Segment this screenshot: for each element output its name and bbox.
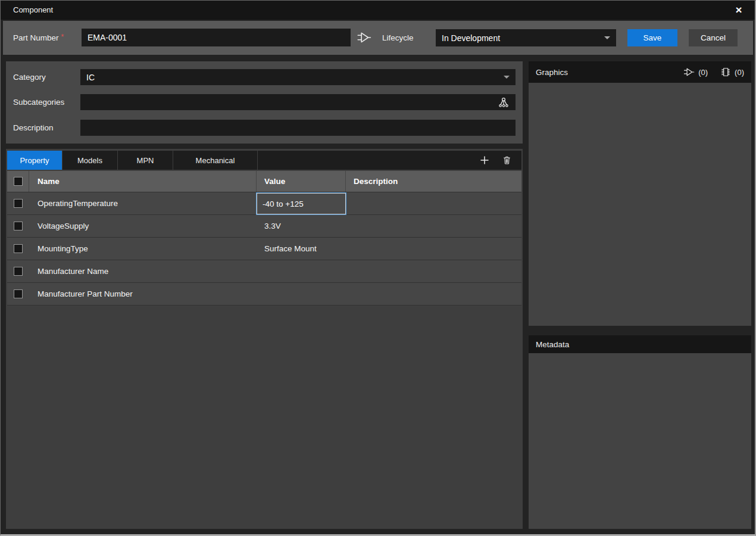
table-row[interactable]: VoltageSupply 3.3V xyxy=(7,215,521,238)
metadata-panel-title: Metadata xyxy=(536,340,569,349)
symbol-count: (0) xyxy=(698,68,708,77)
property-value-cell: Surface Mount xyxy=(257,238,346,260)
table-row[interactable]: OperatingTemperature -40 to +125 xyxy=(7,192,521,215)
add-icon[interactable] xyxy=(479,155,490,166)
property-value-cell xyxy=(257,260,346,282)
dialog-titlebar: Component × xyxy=(0,0,756,20)
category-label: Category xyxy=(13,69,46,85)
subcategory-tree-icon[interactable] xyxy=(498,96,510,108)
part-number-input[interactable]: EMA-0001 xyxy=(82,29,351,46)
property-name-cell: MountingType xyxy=(29,244,257,253)
select-all-cell xyxy=(7,171,29,192)
dialog-title: Component xyxy=(13,5,53,14)
category-dropdown[interactable]: IC xyxy=(80,69,516,85)
value-editor-input[interactable]: -40 to +125 xyxy=(256,192,346,215)
graphics-panel: Graphics (0) (0) xyxy=(529,61,751,326)
property-value-cell: 3.3V xyxy=(257,215,346,237)
column-header-value[interactable]: Value xyxy=(257,171,346,192)
delete-icon[interactable] xyxy=(502,155,512,166)
metadata-panel-header: Metadata xyxy=(529,335,751,353)
properties-panel: Property Models MPN Mechanical Name Valu… xyxy=(6,149,523,529)
metadata-panel: Metadata xyxy=(529,335,751,529)
property-name-cell: OperatingTemperature xyxy=(29,199,257,208)
property-value-cell: -40 to +125 xyxy=(257,192,346,214)
description-input[interactable] xyxy=(80,120,516,136)
lifecycle-dropdown[interactable]: In Development xyxy=(436,29,616,46)
table-row[interactable]: Manufacturer Part Number xyxy=(7,283,521,306)
chevron-down-icon xyxy=(504,76,510,79)
row-checkbox[interactable] xyxy=(14,267,23,276)
close-icon[interactable]: × xyxy=(731,2,746,18)
row-checkbox[interactable] xyxy=(14,244,23,253)
subcategories-label: Subcategories xyxy=(13,94,64,110)
subcategories-input[interactable] xyxy=(80,94,516,110)
property-name-cell: Manufacturer Part Number xyxy=(29,289,257,298)
row-checkbox[interactable] xyxy=(14,222,23,230)
tab-actions xyxy=(479,151,521,170)
property-value-cell xyxy=(257,283,346,305)
row-checkbox[interactable] xyxy=(14,199,23,208)
lifecycle-label: Lifecycle xyxy=(382,21,414,55)
select-all-checkbox[interactable] xyxy=(14,177,23,186)
row-checkbox[interactable] xyxy=(14,289,23,298)
required-marker: * xyxy=(61,33,64,41)
part-number-label: Part Number * xyxy=(13,21,64,55)
description-label: Description xyxy=(13,120,54,136)
tab-bar: Property Models MPN Mechanical xyxy=(7,151,521,170)
graphics-panel-title: Graphics xyxy=(536,68,568,77)
tab-property[interactable]: Property xyxy=(7,151,63,170)
graphics-panel-header: Graphics (0) (0) xyxy=(529,61,751,83)
toolbar: Part Number * EMA-0001 Lifecycle In Deve… xyxy=(3,21,753,55)
table-row[interactable]: MountingType Surface Mount xyxy=(7,238,521,260)
tab-mechanical[interactable]: Mechanical xyxy=(173,151,258,170)
footprint-icon[interactable] xyxy=(720,66,732,78)
save-button[interactable]: Save xyxy=(627,29,677,46)
table-body: OperatingTemperature -40 to +125 Voltage… xyxy=(7,192,521,306)
column-header-description[interactable]: Description xyxy=(346,171,521,192)
details-panel: Category IC Subcategories Description xyxy=(6,61,523,144)
table-header: Name Value Description xyxy=(7,171,521,192)
graphics-counters: (0) (0) xyxy=(682,66,744,78)
chevron-down-icon xyxy=(604,36,610,39)
schematic-symbol-icon[interactable] xyxy=(682,66,695,78)
property-name-cell: Manufacturer Name xyxy=(29,267,257,276)
footprint-count: (0) xyxy=(735,68,744,77)
cancel-button[interactable]: Cancel xyxy=(689,29,738,46)
table-row[interactable]: Manufacturer Name xyxy=(7,260,521,283)
property-name-cell: VoltageSupply xyxy=(29,222,257,230)
tab-models[interactable]: Models xyxy=(63,151,118,170)
column-header-name[interactable]: Name xyxy=(29,171,257,192)
schematic-symbol-icon[interactable] xyxy=(354,29,373,46)
tab-mpn[interactable]: MPN xyxy=(118,151,173,170)
